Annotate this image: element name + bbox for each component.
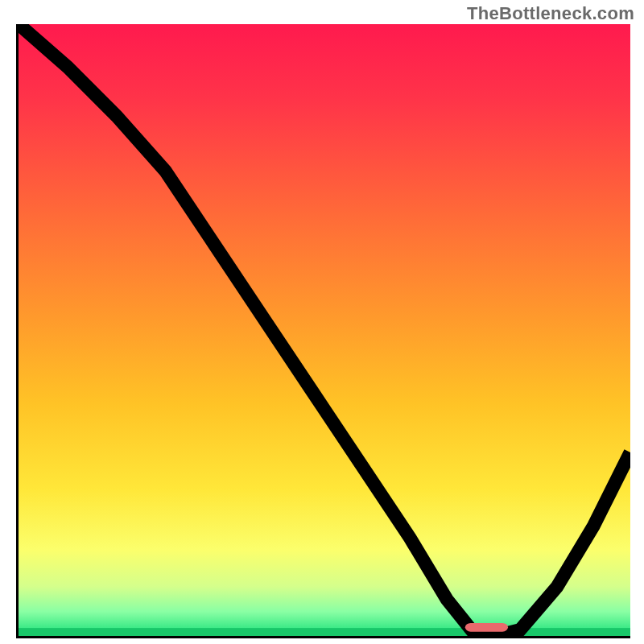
chart-plot-area <box>16 24 630 638</box>
bottleneck-chart <box>19 24 630 636</box>
bottom-stripe <box>19 628 630 636</box>
watermark-label: TheBottleneck.com <box>467 3 634 24</box>
optimal-marker <box>465 623 508 632</box>
